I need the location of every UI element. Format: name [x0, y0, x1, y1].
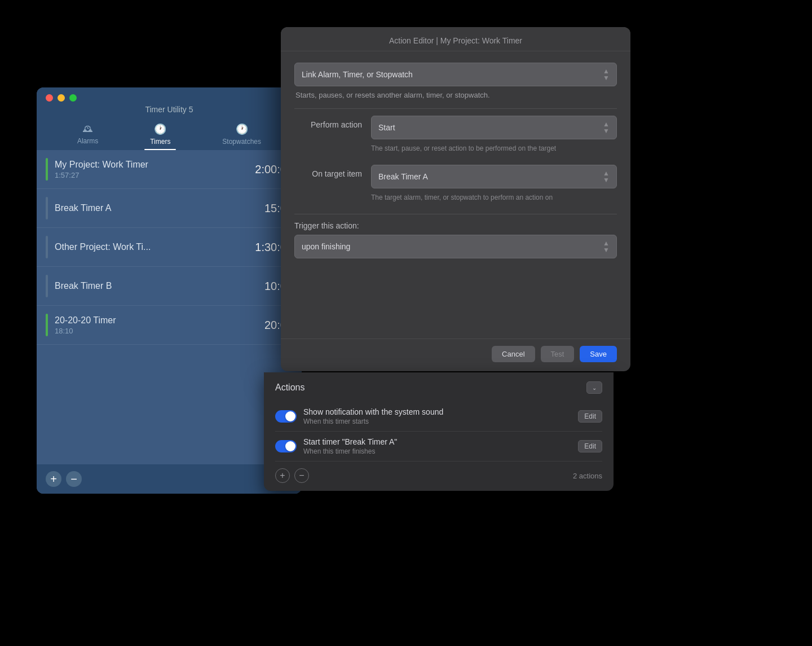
editor-content: Link Alarm, Timer, or Stopwatch ▲▼ Start… — [281, 51, 630, 339]
action-type-dropdown[interactable]: Link Alarm, Timer, or Stopwatch ▲▼ — [294, 63, 617, 86]
trigger-dropdown[interactable]: upon finishing ▲▼ — [294, 235, 617, 258]
tab-bar: 🕰 Alarms 🕐 Timers 🕐 Stopwatches — [46, 120, 293, 150]
timer-name: Break Timer B — [55, 281, 264, 291]
tab-timers-label: Timers — [150, 138, 170, 146]
save-button[interactable]: Save — [580, 346, 617, 362]
timer-item[interactable]: 20-20-20 Timer 18:10 20:00 — [37, 306, 302, 345]
timer-footer: + − — [37, 464, 302, 494]
on-target-value: Break Timer A — [378, 172, 428, 181]
collapse-button[interactable]: ⌄ — [586, 381, 602, 394]
window-controls — [46, 94, 77, 102]
timer-name: Break Timer A — [55, 203, 264, 213]
trigger-label: Trigger this action: — [294, 221, 617, 230]
alarms-icon: 🕰 — [83, 123, 93, 135]
editor-titlebar: Action Editor | My Project: Work Timer — [281, 27, 630, 51]
actions-panel: Actions ⌄ Show notification with the sys… — [264, 372, 614, 491]
remove-timer-button[interactable]: − — [66, 471, 82, 487]
on-target-row: On target item Break Timer A ▲▼ The targ… — [294, 165, 617, 203]
tab-stopwatches-label: Stopwatches — [222, 138, 261, 146]
dropdown-arrows-icon: ▲▼ — [603, 121, 610, 134]
empty-space — [37, 345, 302, 379]
action-toggle[interactable] — [275, 440, 297, 452]
dropdown-arrows-icon: ▲▼ — [603, 170, 610, 183]
trigger-section: Trigger this action: upon finishing ▲▼ — [294, 221, 617, 258]
tab-stopwatches[interactable]: 🕐 Stopwatches — [211, 120, 272, 150]
cancel-button[interactable]: Cancel — [492, 346, 535, 362]
editor-footer: Cancel Test Save — [281, 339, 630, 371]
action-type-label: Link Alarm, Timer, or Stopwatch — [302, 70, 413, 79]
timer-info: 20-20-20 Timer 18:10 — [55, 315, 264, 335]
timer-info: Break Timer A — [55, 203, 264, 213]
tab-alarms[interactable]: 🕰 Alarms — [66, 120, 109, 150]
action-editor-window: Action Editor | My Project: Work Timer L… — [281, 27, 630, 371]
timer-remaining: 18:10 — [55, 327, 264, 335]
actions-footer: + − 2 actions — [275, 468, 602, 483]
tab-alarms-label: Alarms — [77, 137, 98, 145]
add-timer-button[interactable]: + — [46, 471, 61, 487]
actions-header: Actions ⌄ — [275, 381, 602, 394]
dropdown-arrows-icon: ▲▼ — [603, 240, 610, 253]
on-target-dropdown[interactable]: Break Timer A ▲▼ — [371, 165, 617, 188]
remove-action-button[interactable]: − — [294, 468, 309, 483]
minimize-button[interactable] — [58, 94, 65, 102]
timer-info: My Project: Work Timer 1:57:27 — [55, 160, 255, 179]
actions-count: 2 actions — [573, 472, 602, 480]
timer-item[interactable]: My Project: Work Timer 1:57:27 2:00:00 — [37, 150, 302, 189]
window-title: Timer Utility 5 — [145, 105, 193, 114]
perform-action-dropdown[interactable]: Start ▲▼ — [371, 116, 617, 139]
timer-titlebar: Timer Utility 5 🕰 Alarms 🕐 Timers 🕐 Stop… — [37, 87, 302, 150]
timer-name: Other Project: Work Ti... — [55, 242, 255, 252]
action-row: Start timer "Break Timer A" When this ti… — [275, 432, 602, 462]
timer-info: Break Timer B — [55, 281, 264, 291]
timer-remaining: 1:57:27 — [55, 171, 255, 179]
editor-title: Action Editor | My Project: Work Timer — [389, 36, 522, 45]
trigger-value: upon finishing — [302, 242, 350, 251]
timer-accent-gray — [46, 236, 48, 258]
dropdown-arrows-icon: ▲▼ — [603, 68, 610, 81]
timer-name: 20-20-20 Timer — [55, 315, 264, 326]
perform-action-desc: The start, pause, or reset action to be … — [371, 144, 617, 153]
add-action-button[interactable]: + — [275, 468, 290, 483]
divider — [294, 108, 617, 109]
actions-footer-left: + − — [275, 468, 309, 483]
timer-info: Other Project: Work Ti... — [55, 242, 255, 252]
action-trigger: When this timer finishes — [303, 447, 571, 455]
action-toggle[interactable] — [275, 410, 297, 423]
tab-timers[interactable]: 🕐 Timers — [139, 120, 182, 150]
on-target-label: On target item — [294, 165, 362, 178]
edit-action-button[interactable]: Edit — [578, 410, 602, 423]
perform-action-control: Start ▲▼ The start, pause, or reset acti… — [371, 116, 617, 153]
timer-list: My Project: Work Timer 1:57:27 2:00:00 B… — [37, 150, 302, 464]
timer-accent-green — [46, 158, 48, 181]
timer-accent-gray — [46, 275, 48, 297]
on-target-desc: The target alarm, timer, or stopwatch to… — [371, 193, 617, 203]
timer-accent-green — [46, 314, 48, 336]
perform-action-row: Perform action Start ▲▼ The start, pause… — [294, 116, 617, 153]
timer-item[interactable]: Other Project: Work Ti... 1:30:00 — [37, 228, 302, 267]
action-text: Show notification with the system sound … — [303, 407, 571, 425]
maximize-button[interactable] — [69, 94, 77, 102]
action-name: Start timer "Break Timer A" — [303, 437, 571, 446]
close-button[interactable] — [46, 94, 53, 102]
action-type-desc: Starts, pauses, or resets another alarm,… — [294, 91, 617, 99]
timer-accent-gray — [46, 197, 48, 219]
on-target-control: Break Timer A ▲▼ The target alarm, timer… — [371, 165, 617, 203]
timers-icon: 🕐 — [154, 123, 166, 135]
timer-item[interactable]: Break Timer B 10:00 — [37, 267, 302, 306]
chevron-down-icon: ⌄ — [592, 385, 597, 391]
timer-utility-window: Timer Utility 5 🕰 Alarms 🕐 Timers 🕐 Stop… — [37, 87, 302, 494]
action-name: Show notification with the system sound — [303, 407, 571, 416]
timer-name: My Project: Work Timer — [55, 160, 255, 170]
divider — [294, 214, 617, 214]
test-button[interactable]: Test — [541, 346, 575, 362]
action-text: Start timer "Break Timer A" When this ti… — [303, 437, 571, 455]
action-trigger: When this timer starts — [303, 418, 571, 425]
actions-title: Actions — [275, 383, 304, 393]
perform-action-label: Perform action — [294, 116, 362, 129]
perform-action-value: Start — [378, 123, 395, 132]
action-row: Show notification with the system sound … — [275, 402, 602, 432]
timer-item[interactable]: Break Timer A 15:00 — [37, 189, 302, 228]
stopwatches-icon: 🕐 — [236, 123, 248, 135]
edit-action-button[interactable]: Edit — [578, 440, 602, 452]
